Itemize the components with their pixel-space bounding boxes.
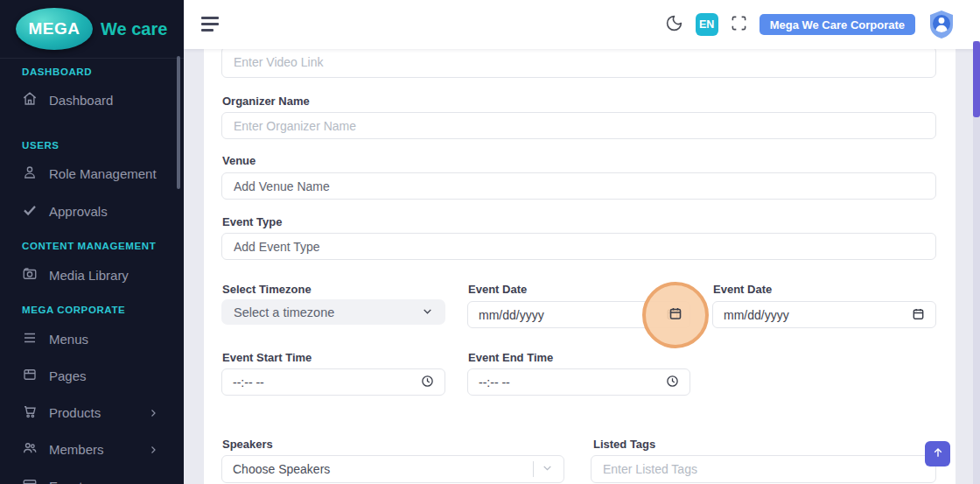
camera-icon — [22, 266, 38, 284]
brand-logo[interactable]: MEGA We care — [16, 8, 167, 50]
listed-tags-input[interactable] — [591, 455, 936, 483]
event-end-time-input[interactable]: --:-- -- — [467, 368, 690, 396]
sidebar-item-label: Dashboard — [49, 93, 113, 108]
event-start-time-input[interactable]: --:-- -- — [221, 368, 445, 396]
event-date-start-input[interactable]: mm/dd/yyyy — [467, 301, 690, 328]
section-mega-corporate: MEGA CORPORATE — [22, 305, 125, 315]
chevron-down-icon — [422, 305, 433, 319]
event-date-end-label: Event Date — [713, 283, 772, 296]
fullscreen-icon — [731, 15, 747, 34]
section-dashboard: DASHBOARD — [22, 67, 92, 77]
calendar-icon[interactable] — [912, 307, 925, 323]
sidebar-item-label: Products — [49, 405, 101, 420]
clock-icon[interactable] — [421, 375, 434, 390]
sidebar-item-label: Events — [49, 479, 89, 484]
speakers-select[interactable]: Choose Speakers — [221, 455, 564, 483]
venue-input[interactable] — [221, 172, 936, 200]
timezone-select[interactable]: Select a timezone — [221, 299, 445, 325]
event-end-time-label: Event End Time — [468, 351, 553, 364]
chevron-right-icon — [148, 445, 158, 455]
event-type-label: Event Type — [222, 215, 282, 228]
sidebar: MEGA We care DASHBOARD Dashboard USERS R… — [0, 0, 184, 484]
topbar-actions: EN Mega We Care Corporate — [665, 0, 956, 49]
timezone-value: Select a timezone — [234, 305, 422, 319]
sidebar-item-label: Approvals — [49, 204, 108, 219]
time-placeholder: --:-- -- — [233, 375, 421, 389]
sidebar-item-media-library[interactable]: Media Library — [22, 266, 171, 284]
hamburger-menu-icon[interactable] — [201, 15, 222, 34]
date-placeholder: mm/dd/yyyy — [479, 308, 666, 322]
sidebar-item-label: Members — [49, 442, 104, 457]
chevron-down-icon — [542, 462, 553, 476]
home-icon — [22, 91, 38, 109]
section-content-management: CONTENT MANAGEMENT — [22, 241, 156, 251]
brand-tagline: We care — [101, 19, 167, 39]
calendar-icon[interactable] — [666, 307, 679, 323]
sidebar-item-events[interactable]: Events — [22, 477, 171, 484]
arrow-up-icon — [932, 446, 944, 461]
topbar: EN Mega We Care Corporate — [184, 0, 980, 49]
mega-logo-icon: MEGA — [16, 8, 93, 50]
speakers-value: Choose Speakers — [233, 462, 528, 476]
event-date-end-input[interactable]: mm/dd/yyyy — [712, 301, 936, 328]
corporate-button[interactable]: Mega We Care Corporate — [760, 14, 915, 35]
clock-icon[interactable] — [666, 375, 679, 390]
sidebar-divider — [0, 58, 184, 59]
speakers-label: Speakers — [222, 438, 273, 451]
fullscreen-button[interactable] — [731, 15, 747, 34]
sidebar-item-dashboard[interactable]: Dashboard — [22, 91, 171, 109]
content-gutter — [956, 49, 973, 484]
organizer-name-input[interactable] — [221, 112, 936, 139]
sidebar-item-pages[interactable]: Pages — [22, 367, 171, 385]
listed-tags-label: Listed Tags — [593, 438, 655, 451]
banner-icon — [22, 477, 38, 484]
sidebar-item-approvals[interactable]: Approvals — [22, 202, 171, 221]
language-switcher[interactable]: EN — [696, 13, 718, 36]
event-form: Organizer Name Venue Event Type Select T… — [204, 0, 956, 484]
sidebar-item-menus[interactable]: Menus — [22, 330, 171, 348]
dark-mode-toggle[interactable] — [665, 14, 683, 35]
sidebar-item-label: Media Library — [49, 268, 129, 283]
check-icon — [22, 202, 38, 221]
chevron-right-icon — [148, 408, 158, 418]
event-date-start-label: Event Date — [468, 283, 527, 296]
time-placeholder: --:-- -- — [479, 375, 666, 389]
sidebar-scrollbar[interactable] — [177, 56, 180, 189]
sidebar-item-label: Role Management — [49, 166, 157, 181]
section-users: USERS — [22, 140, 60, 151]
user-icon — [22, 165, 38, 183]
event-start-time-label: Event Start Time — [222, 351, 312, 364]
sidebar-item-label: Pages — [49, 368, 87, 383]
app-window: MEGA We care DASHBOARD Dashboard USERS R… — [0, 0, 980, 484]
sidebar-item-members[interactable]: Members — [22, 440, 171, 459]
venue-label: Venue — [222, 154, 256, 167]
moon-icon — [665, 14, 683, 35]
shield-person-icon — [928, 29, 956, 42]
page-scrollbar-thumb[interactable] — [973, 41, 980, 117]
brand-name: MEGA — [29, 19, 80, 39]
video-link-input[interactable] — [221, 46, 936, 78]
user-avatar[interactable] — [928, 10, 956, 39]
timezone-label: Select Timezone — [222, 283, 312, 296]
people-icon — [22, 440, 38, 459]
event-type-input[interactable] — [221, 233, 936, 260]
scroll-to-top-button[interactable] — [925, 441, 950, 466]
sidebar-item-products[interactable]: Products — [22, 403, 171, 422]
menu-lines-icon — [22, 330, 38, 348]
select-divider — [533, 461, 534, 477]
sidebar-item-label: Menus — [49, 332, 88, 347]
organizer-name-label: Organizer Name — [222, 95, 310, 108]
sidebar-item-role-management[interactable]: Role Management — [22, 165, 171, 183]
cart-icon — [22, 403, 38, 422]
date-placeholder: mm/dd/yyyy — [724, 308, 912, 322]
page-icon — [22, 367, 38, 385]
